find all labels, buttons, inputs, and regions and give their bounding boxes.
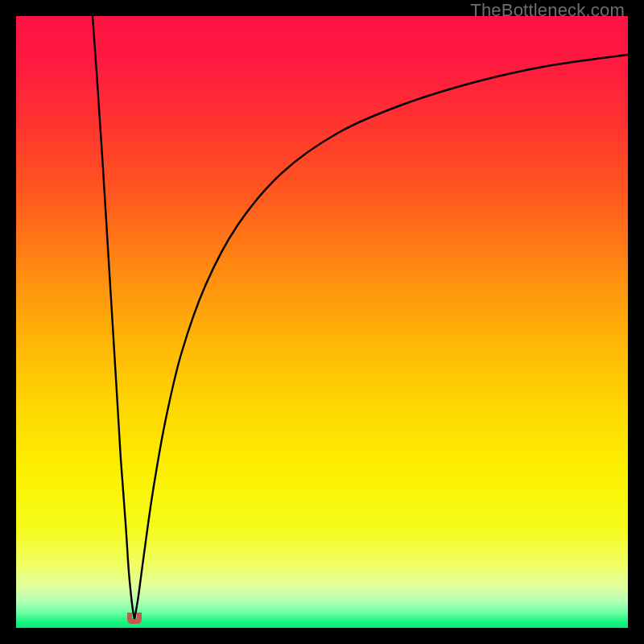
plot-area (16, 16, 628, 628)
chart-svg (16, 16, 628, 628)
gradient-background (16, 16, 628, 628)
chart-frame: TheBottleneck.com (0, 0, 644, 644)
